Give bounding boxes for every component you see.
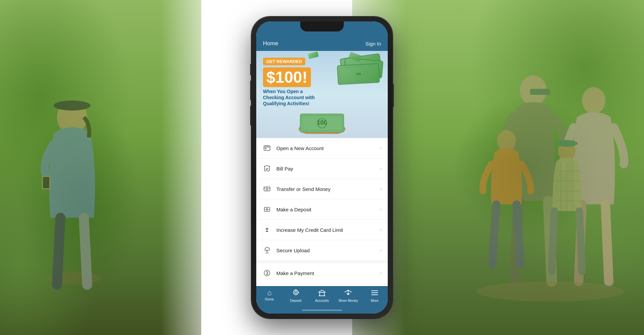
promo-tagline: When You Open a Checking Account with Qu… — [263, 88, 323, 107]
menu-list: Open a New Account › Bill Pay — [256, 138, 388, 293]
promo-content: GET REWARDED $100! When You Open a Check… — [256, 51, 388, 138]
chevron-icon: › — [380, 165, 382, 172]
promo-banner: 100 GET REWARDED $100! When You Open a C… — [256, 51, 388, 138]
menu-item-upload[interactable]: Secure Upload › — [256, 240, 388, 260]
person-left — [20, 50, 127, 302]
nav-home[interactable]: ⌂ Home — [256, 289, 282, 301]
power-button — [392, 84, 394, 107]
header-title: Home — [263, 40, 278, 47]
menu-item-bill-pay[interactable]: Bill Pay › — [256, 158, 388, 179]
home-indicator — [302, 310, 342, 311]
promo-amount: $100! — [263, 67, 311, 87]
nav-move-money[interactable]: Move Money — [335, 289, 361, 303]
svg-rect-53 — [320, 292, 324, 296]
nav-more[interactable]: More — [362, 289, 388, 303]
people-right — [466, 40, 634, 308]
nav-deposit[interactable]: Deposit — [282, 289, 309, 303]
deposit-nav-icon — [292, 289, 300, 298]
deposit-nav-label: Deposit — [290, 299, 302, 303]
home-nav-label: Home — [265, 297, 274, 301]
account-icon — [262, 143, 272, 153]
payment-icon — [262, 268, 272, 278]
credit-card-icon — [262, 225, 272, 234]
bill-pay-icon — [262, 164, 272, 173]
hand-money-illustration: 100 — [292, 109, 352, 134]
credit-limit-label: Increase My Credit Card Limit — [276, 227, 380, 233]
bill-pay-label: Bill Pay — [276, 166, 380, 172]
move-money-nav-label: Move Money — [339, 299, 358, 303]
svg-rect-20 — [264, 146, 270, 150]
transfer-label: Transfer or Send Money — [276, 186, 380, 192]
chevron-icon: › — [380, 227, 382, 233]
deposit-label: Make a Deposit — [276, 207, 380, 212]
svg-rect-5 — [43, 177, 49, 188]
svg-point-31 — [266, 209, 268, 210]
transfer-icon — [262, 184, 272, 194]
svg-point-49 — [295, 291, 297, 293]
svg-point-9 — [582, 87, 605, 114]
more-icon — [371, 289, 379, 298]
upload-label: Secure Upload — [276, 248, 380, 253]
more-nav-label: More — [371, 299, 378, 303]
svg-rect-22 — [265, 148, 266, 149]
svg-rect-26 — [264, 187, 270, 191]
menu-item-payment[interactable]: Make a Payment › — [256, 263, 388, 283]
phone-shell: Home Sign In 100 GET REWARD — [252, 17, 392, 318]
fade-left — [161, 0, 228, 335]
phone-notch — [300, 21, 344, 31]
svg-point-14 — [476, 281, 624, 302]
open-account-label: Open a New Account — [276, 145, 380, 151]
menu-item-open-account[interactable]: Open a New Account › — [256, 138, 388, 158]
header-signin-button[interactable]: Sign In — [365, 41, 381, 47]
svg-point-27 — [266, 188, 268, 190]
app-header: Home Sign In — [256, 36, 388, 51]
home-icon: ⌂ — [267, 289, 272, 296]
svg-rect-13 — [558, 141, 575, 146]
chevron-icon: › — [380, 186, 382, 192]
accounts-nav-label: Accounts — [315, 299, 329, 303]
deposit-icon — [262, 205, 272, 214]
svg-point-32 — [265, 209, 266, 210]
menu-item-deposit[interactable]: Make a Deposit › — [256, 199, 388, 220]
menu-section-1: Open a New Account › Bill Pay — [256, 138, 388, 260]
chevron-icon: › — [380, 247, 382, 253]
upload-icon — [262, 246, 272, 255]
svg-rect-3 — [57, 102, 84, 109]
promo-badge: GET REWARDED — [263, 58, 305, 65]
svg-point-33 — [269, 209, 269, 210]
chevron-icon: › — [380, 270, 382, 276]
chevron-icon: › — [380, 206, 382, 212]
svg-point-48 — [293, 290, 298, 295]
move-money-icon — [344, 289, 352, 298]
phone-device: Home Sign In 100 GET REWARD — [252, 17, 392, 318]
payment-label: Make a Payment — [276, 270, 380, 276]
svg-rect-7 — [530, 89, 550, 95]
menu-item-credit-limit[interactable]: Increase My Credit Card Limit › — [256, 220, 388, 240]
menu-item-transfer[interactable]: Transfer or Send Money › — [256, 179, 388, 199]
phone-screen: Home Sign In 100 GET REWARD — [256, 21, 388, 314]
nav-accounts[interactable]: Accounts — [309, 289, 335, 303]
accounts-nav-icon — [318, 289, 326, 298]
chevron-icon: › — [380, 145, 382, 151]
